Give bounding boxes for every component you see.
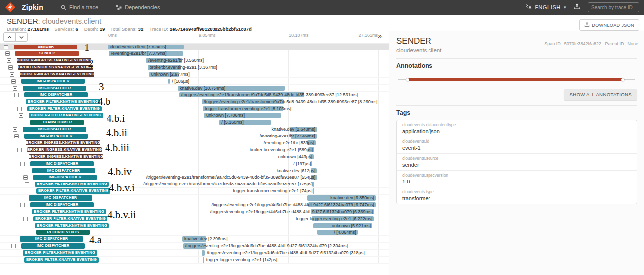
span-bar[interactable] bbox=[313, 223, 372, 229]
upload-icon[interactable] bbox=[573, 3, 581, 12]
trace-row[interactable]: TRANSFORMER/ [5.160ms] bbox=[0, 119, 389, 126]
trace-row[interactable]: IMC-DISPATCHER/triggers/eventing-e2e1/tr… bbox=[0, 174, 389, 181]
span-bar[interactable] bbox=[149, 72, 179, 77]
trace-row[interactable]: BROKER-FILTER.KNATIVE-EVENTING/triggers/… bbox=[0, 208, 389, 215]
annotation-end-handle[interactable] bbox=[621, 78, 624, 81]
expander-icon[interactable] bbox=[25, 182, 29, 186]
annotation-start-handle[interactable] bbox=[406, 78, 409, 81]
span-bar[interactable] bbox=[311, 175, 317, 180]
trace-row[interactable]: BROKER-FILTER.KNATIVE-EVENTINGunknown [5… bbox=[0, 222, 389, 229]
trace-row[interactable]: BROKER-INGRESS.KNATIVE-EVENTINGbroker:br… bbox=[0, 64, 389, 71]
expander-icon[interactable] bbox=[11, 244, 16, 248]
trace-row[interactable]: IMC-DISPATCHERknative.dev [10.754ms] bbox=[0, 85, 389, 92]
trace-row[interactable]: BROKER-INGRESS.KNATIVE-EVENTINGunknown [… bbox=[0, 153, 389, 160]
span-bar[interactable] bbox=[313, 188, 314, 194]
download-json-button[interactable]: DOWNLOAD JSON bbox=[579, 19, 639, 31]
span-bar[interactable] bbox=[109, 51, 182, 56]
search-by-trace-id-input[interactable] bbox=[588, 2, 639, 12]
expander-icon[interactable] bbox=[13, 86, 17, 91]
expander-icon[interactable] bbox=[8, 65, 13, 70]
expander-icon[interactable] bbox=[13, 127, 17, 132]
trace-row[interactable]: BROKER-FILTER.KNATIVE-EVENTINGunknown [7… bbox=[0, 112, 389, 119]
expander-icon[interactable] bbox=[20, 162, 25, 166]
language-selector[interactable]: ENGLISH ▾ bbox=[525, 4, 566, 11]
trace-row[interactable]: BROKER-FILTER.KNATIVE-EVENTINGtrigger:lo… bbox=[0, 215, 389, 222]
trace-row[interactable]: BROKER-INGRESS.KNATIVE-EVENTINGbroker:br… bbox=[0, 146, 389, 153]
span-bar[interactable] bbox=[308, 147, 314, 153]
trace-row[interactable]: IMC-DISPATCHER/ [197µs] bbox=[0, 160, 389, 167]
span-bar[interactable] bbox=[204, 113, 281, 118]
span-bar[interactable] bbox=[182, 236, 206, 242]
expander-icon[interactable] bbox=[10, 237, 14, 241]
trace-row[interactable]: IMC-DISPATCHER/triggers/eventing-e2e1/tr… bbox=[0, 92, 389, 98]
span-bar[interactable] bbox=[148, 65, 181, 70]
trace-row[interactable]: IMC-DISPATCHER/eventing-e2e1/br [2.569ms… bbox=[0, 133, 389, 140]
trace-row[interactable]: IMC-DISPATCHERknative.dev [2.396ms] bbox=[0, 236, 389, 243]
brand-name[interactable]: Zipkin bbox=[22, 3, 43, 11]
span-bar[interactable] bbox=[168, 79, 170, 84]
trace-row[interactable]: BROKER-FILTER.KNATIVE-EVENTINGtrigger:lo… bbox=[0, 257, 389, 264]
span-bar[interactable] bbox=[312, 216, 374, 222]
trace-row[interactable]: SENDERcloudevents.client [7.624ms] bbox=[0, 44, 389, 50]
trace-row[interactable]: BROKER-INGRESS.KNATIVE-EVENTING/eventing… bbox=[0, 139, 389, 146]
span-bar[interactable] bbox=[309, 154, 314, 160]
trace-row[interactable]: IMC-DISPATCHERknative.dev [2.648ms] bbox=[0, 126, 389, 133]
span-bar[interactable] bbox=[312, 182, 314, 187]
expander-icon[interactable] bbox=[11, 79, 16, 84]
expander-icon[interactable] bbox=[4, 45, 8, 49]
expander-icon[interactable] bbox=[13, 251, 17, 255]
expander-icon[interactable] bbox=[23, 217, 28, 221]
expander-icon[interactable] bbox=[22, 210, 26, 214]
span-bar[interactable] bbox=[179, 92, 304, 98]
expander-icon[interactable] bbox=[7, 58, 11, 63]
span-bar[interactable] bbox=[178, 86, 285, 91]
expander-icon[interactable] bbox=[23, 175, 28, 180]
trace-row[interactable]: IMC-DISPATCHERknative.dev [6.850ms] bbox=[0, 195, 389, 202]
trace-row[interactable]: IMC-DISPATCHER/triggers/eventing-e2e1/lo… bbox=[0, 201, 389, 208]
trace-row[interactable]: BROKER-FILTER.KNATIVE-EVENTINGtrigger:tr… bbox=[0, 188, 389, 195]
span-bar[interactable] bbox=[290, 127, 317, 132]
zipkin-logo-icon[interactable] bbox=[5, 2, 16, 13]
expander-icon[interactable] bbox=[16, 141, 20, 145]
expander-icon[interactable] bbox=[19, 155, 23, 159]
expander-icon[interactable] bbox=[19, 113, 23, 118]
span-bar[interactable] bbox=[203, 257, 204, 263]
span-bar[interactable] bbox=[146, 58, 182, 63]
annotations-range-bar[interactable] bbox=[407, 78, 623, 81]
span-bar[interactable] bbox=[307, 195, 376, 201]
trace-row[interactable]: BROKER-INGRESS.KNATIVE-EVENTING/eventing… bbox=[0, 57, 389, 64]
span-bar[interactable] bbox=[311, 168, 317, 174]
span-bar[interactable] bbox=[183, 243, 206, 249]
expander-icon[interactable] bbox=[19, 196, 23, 200]
trace-row[interactable]: IMC-DISPATCHER/triggers/eventing-e2e1/lo… bbox=[0, 243, 389, 250]
expander-icon[interactable] bbox=[17, 148, 22, 152]
expander-icon[interactable] bbox=[25, 224, 29, 228]
span-bar[interactable] bbox=[291, 134, 317, 139]
span-bar[interactable] bbox=[108, 45, 184, 50]
expander-icon[interactable] bbox=[17, 107, 22, 111]
nav-find-a-trace[interactable]: Find a trace bbox=[61, 4, 98, 10]
expander-icon[interactable] bbox=[22, 169, 26, 173]
trace-row[interactable]: BROKER-FILTER.KNATIVE-EVENTING/triggers/… bbox=[0, 98, 389, 105]
span-bar[interactable] bbox=[202, 250, 205, 256]
trace-row[interactable]: BROKER-FILTER.KNATIVE-EVENTING/triggers/… bbox=[0, 250, 389, 257]
span-bar[interactable] bbox=[308, 202, 376, 208]
expander-icon[interactable] bbox=[16, 100, 20, 104]
trace-row[interactable]: BROKER-FILTER.KNATIVE-EVENTING/triggers/… bbox=[0, 181, 389, 188]
trace-row[interactable]: IMC-DISPATCHER/ [186µs] bbox=[0, 78, 389, 85]
span-bar[interactable] bbox=[202, 99, 284, 105]
trace-row[interactable]: RECORDEVENTS/ [4.064ms] bbox=[0, 229, 389, 236]
trace-row[interactable]: SENDER/eventing-e2e1/br [7.379ms] bbox=[0, 50, 389, 57]
show-all-annotations-button[interactable]: SHOW ALL ANNOTATIONS bbox=[564, 89, 637, 100]
expander-icon[interactable] bbox=[10, 72, 14, 77]
span-bar[interactable] bbox=[307, 140, 316, 146]
expander-icon[interactable] bbox=[14, 93, 19, 97]
expander-icon[interactable] bbox=[20, 203, 25, 207]
nav-dependencies[interactable]: Dependencies bbox=[116, 4, 160, 10]
span-bar[interactable] bbox=[311, 209, 374, 215]
span-bar[interactable] bbox=[219, 120, 271, 125]
expander-icon[interactable] bbox=[5, 51, 10, 56]
expander-icon[interactable] bbox=[14, 134, 19, 138]
trace-row[interactable]: IMC-DISPATCHERknative.dev [612µs] bbox=[0, 167, 389, 174]
span-bar[interactable] bbox=[203, 106, 283, 112]
